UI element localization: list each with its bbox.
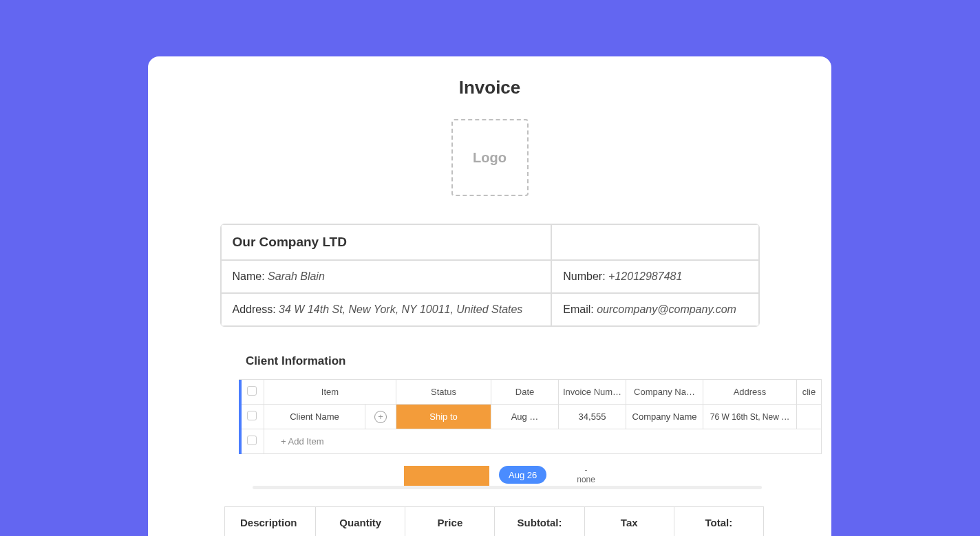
client-info-section-title: Client Information — [246, 354, 831, 368]
header-company-name[interactable]: Company Na… — [626, 380, 703, 405]
company-name: Our Company LTD — [233, 235, 347, 249]
row-item-text: Client Name — [290, 411, 339, 422]
header-address[interactable]: Address — [703, 380, 797, 405]
floating-date-pill[interactable]: Aug 26 — [499, 466, 546, 484]
floating-status-block[interactable] — [404, 466, 489, 486]
contact-name-value: Sarah Blain — [268, 270, 325, 282]
horizontal-scrollbar[interactable] — [253, 486, 762, 489]
logo-upload-placeholder[interactable]: Logo — [451, 119, 529, 196]
company-info-table: Our Company LTD Name: Sarah Blain Number… — [220, 224, 760, 327]
phone-value: +12012987481 — [608, 270, 682, 282]
address-label: Address: — [233, 303, 276, 315]
header-item[interactable]: Item — [264, 380, 396, 405]
checkbox-icon — [247, 411, 257, 420]
totals-header-row: Description Quantity Price Subtotal: Tax… — [225, 507, 764, 537]
none-text: none — [577, 475, 595, 484]
address-value: 34 W 14th St, New York, NY 10011, United… — [279, 303, 522, 315]
add-row-checkbox-cell[interactable] — [239, 429, 264, 454]
row-status-cell[interactable]: Ship to — [396, 405, 491, 429]
none-dash: - — [577, 465, 595, 475]
contact-name-label: Name: — [233, 270, 265, 282]
company-name-cell[interactable]: Our Company LTD — [221, 224, 552, 260]
phone-cell[interactable]: Number: +12012987481 — [551, 260, 758, 293]
header-date[interactable]: Date — [491, 380, 559, 405]
email-value: ourcompany@company.com — [597, 303, 736, 315]
expand-subitems-button[interactable]: + — [365, 405, 396, 429]
document-title: Invoice — [148, 77, 831, 98]
client-table-container: Item Status Date Invoice Num… Company Na… — [239, 379, 831, 454]
totals-table: Description Quantity Price Subtotal: Tax… — [224, 506, 764, 536]
add-item-cell[interactable]: + Add Item — [264, 429, 822, 454]
row-checkbox-cell[interactable] — [239, 405, 264, 429]
contact-name-cell[interactable]: Name: Sarah Blain — [221, 260, 552, 293]
address-cell[interactable]: Address: 34 W 14th St, New York, NY 1001… — [221, 293, 552, 326]
totals-total-header[interactable]: Total: — [674, 507, 763, 537]
row-item-cell[interactable]: Client Name + — [264, 405, 396, 429]
floating-summary-row: Aug 26 - none — [239, 464, 595, 489]
email-cell[interactable]: Email: ourcompany@company.com — [551, 293, 758, 326]
email-label: Email: — [563, 303, 593, 315]
table-row[interactable]: Client Name + Ship to Aug … 34,555 Compa… — [239, 405, 822, 429]
totals-tax-header[interactable]: Tax — [584, 507, 674, 537]
floating-none-cell: - none — [577, 465, 595, 489]
totals-quantity-header[interactable]: Quantity — [316, 507, 405, 537]
header-status[interactable]: Status — [396, 380, 491, 405]
totals-price-header[interactable]: Price — [405, 507, 495, 537]
header-invoice-number[interactable]: Invoice Num… — [559, 380, 626, 405]
company-empty-cell — [551, 224, 758, 260]
header-checkbox-cell[interactable] — [239, 380, 264, 405]
checkbox-icon — [247, 386, 257, 396]
table-header-row: Item Status Date Invoice Num… Company Na… — [239, 380, 822, 405]
header-client[interactable]: clie — [797, 380, 822, 405]
row-company-name-cell[interactable]: Company Name — [626, 405, 703, 429]
add-item-row[interactable]: + Add Item — [239, 429, 822, 454]
row-client-cell[interactable] — [797, 405, 822, 429]
client-info-table: Item Status Date Invoice Num… Company Na… — [239, 379, 822, 454]
row-date-cell[interactable]: Aug … — [491, 405, 559, 429]
row-invoice-number-cell[interactable]: 34,555 — [559, 405, 626, 429]
row-address-cell[interactable]: 76 W 16th St, New … — [703, 405, 797, 429]
checkbox-icon — [247, 436, 257, 445]
invoice-document: Invoice Logo Our Company LTD Name: Sarah… — [148, 56, 831, 536]
phone-label: Number: — [563, 270, 605, 282]
totals-subtotal-header[interactable]: Subtotal: — [495, 507, 584, 537]
totals-description-header[interactable]: Description — [225, 507, 316, 537]
plus-circle-icon: + — [374, 411, 387, 423]
logo-placeholder-text: Logo — [473, 150, 507, 166]
